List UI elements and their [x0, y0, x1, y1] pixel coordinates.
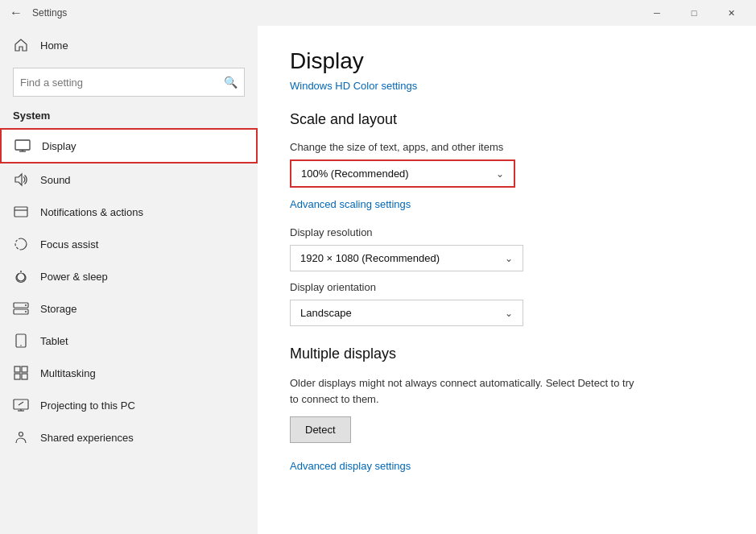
- advanced-scaling-link-wrapper: Advanced scaling settings: [290, 197, 724, 210]
- svg-point-13: [20, 345, 22, 346]
- sidebar-multitasking-label: Multitasking: [40, 367, 96, 379]
- scale-label: Change the size of text, apps, and other…: [290, 141, 724, 153]
- svg-line-21: [19, 402, 23, 405]
- svg-point-10: [25, 304, 27, 306]
- sidebar-section-title: System: [0, 106, 258, 128]
- orientation-dropdown-arrow: ⌄: [505, 308, 513, 319]
- sidebar-item-sound[interactable]: Sound: [0, 164, 258, 196]
- svg-rect-16: [14, 374, 20, 379]
- multiple-displays-title: Multiple displays: [290, 346, 724, 362]
- power-icon: [13, 268, 29, 284]
- sidebar-notifications-label: Notifications & actions: [40, 206, 143, 218]
- multitasking-icon: [13, 365, 29, 381]
- page-title: Display: [290, 48, 724, 74]
- search-icon: 🔍: [224, 76, 238, 89]
- svg-rect-0: [15, 140, 30, 150]
- resolution-dropdown-arrow: ⌄: [505, 253, 513, 264]
- search-input[interactable]: [20, 77, 224, 89]
- scale-dropdown[interactable]: 100% (Recommended) ⌄: [290, 159, 515, 188]
- svg-marker-3: [15, 174, 22, 185]
- svg-point-11: [25, 311, 27, 313]
- svg-rect-15: [22, 366, 27, 372]
- sidebar-focus-label: Focus assist: [40, 238, 98, 250]
- advanced-scaling-link[interactable]: Advanced scaling settings: [290, 198, 411, 210]
- sidebar-item-projecting[interactable]: Projecting to this PC: [0, 389, 258, 421]
- sidebar-item-shared[interactable]: Shared experiences: [0, 421, 258, 453]
- sidebar-tablet-label: Tablet: [40, 335, 68, 347]
- sidebar-item-focus[interactable]: Focus assist: [0, 228, 258, 260]
- scale-value: 100% (Recommended): [301, 168, 409, 180]
- sidebar-item-multitasking[interactable]: Multitasking: [0, 357, 258, 389]
- storage-icon: [13, 300, 29, 317]
- sidebar-sound-label: Sound: [40, 174, 71, 186]
- detect-button[interactable]: Detect: [290, 416, 351, 443]
- search-box[interactable]: 🔍: [13, 68, 245, 97]
- sidebar-projecting-label: Projecting to this PC: [40, 399, 135, 412]
- sidebar-item-display[interactable]: Display: [0, 128, 258, 164]
- app-title: Settings: [32, 7, 638, 19]
- close-button[interactable]: ✕: [713, 0, 750, 26]
- windows-hd-link[interactable]: Windows HD Color settings: [290, 80, 417, 92]
- orientation-value: Landscape: [300, 307, 352, 319]
- window-controls: ─ □ ✕: [638, 0, 750, 26]
- sidebar-home-label: Home: [40, 39, 68, 52]
- sidebar-power-label: Power & sleep: [40, 271, 108, 283]
- resolution-label: Display resolution: [290, 226, 724, 238]
- minimize-button[interactable]: ─: [638, 0, 675, 26]
- title-bar: ← Settings ─ □ ✕: [0, 0, 756, 26]
- notifications-icon: [13, 204, 29, 220]
- multiple-displays-text: Older displays might not always connect …: [290, 375, 644, 407]
- back-button[interactable]: ←: [6, 3, 26, 23]
- projecting-icon: [13, 397, 29, 413]
- orientation-label: Display orientation: [290, 281, 724, 293]
- svg-point-22: [19, 433, 23, 437]
- sidebar-item-notifications[interactable]: Notifications & actions: [0, 196, 258, 228]
- sidebar-item-power[interactable]: Power & sleep: [0, 260, 258, 292]
- sidebar-shared-label: Shared experiences: [40, 432, 134, 444]
- sidebar: Home 🔍 System Display: [0, 26, 258, 534]
- shared-icon: [13, 429, 29, 445]
- main-layout: Home 🔍 System Display: [0, 26, 756, 534]
- sidebar-item-home[interactable]: Home: [0, 29, 258, 61]
- sidebar-item-storage[interactable]: Storage: [0, 292, 258, 325]
- scale-section-title: Scale and layout: [290, 111, 724, 128]
- resolution-value: 1920 × 1080 (Recommended): [300, 252, 440, 264]
- svg-rect-14: [14, 366, 20, 372]
- focus-icon: [13, 236, 29, 252]
- advanced-display-link-wrapper: Advanced display settings: [290, 459, 724, 472]
- home-icon: [13, 37, 29, 53]
- sidebar-display-label: Display: [42, 140, 76, 152]
- sidebar-storage-label: Storage: [40, 303, 77, 315]
- svg-rect-4: [14, 207, 27, 217]
- sidebar-item-tablet[interactable]: Tablet: [0, 325, 258, 357]
- content-area: Display Windows HD Color settings Scale …: [258, 26, 756, 534]
- scale-dropdown-arrow: ⌄: [496, 168, 504, 180]
- orientation-dropdown[interactable]: Landscape ⌄: [290, 300, 523, 326]
- advanced-display-link[interactable]: Advanced display settings: [290, 460, 411, 472]
- resolution-dropdown[interactable]: 1920 × 1080 (Recommended) ⌄: [290, 245, 523, 271]
- maximize-button[interactable]: □: [675, 0, 713, 26]
- svg-rect-17: [22, 374, 27, 379]
- sound-icon: [13, 172, 29, 188]
- svg-rect-18: [14, 399, 28, 409]
- tablet-icon: [13, 333, 29, 349]
- display-icon: [14, 138, 31, 154]
